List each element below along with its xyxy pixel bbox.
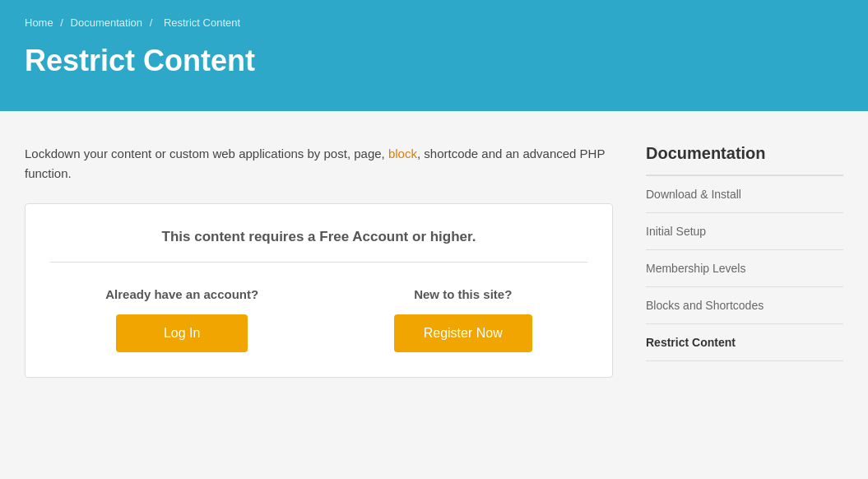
sidebar-title: Documentation <box>646 144 843 176</box>
intro-block-link[interactable]: block <box>388 146 417 160</box>
breadcrumb-documentation[interactable]: Documentation <box>71 16 142 29</box>
breadcrumb: Home / Documentation / Restrict Content <box>25 16 843 29</box>
sidebar-nav-item-1[interactable]: Initial Setup <box>646 213 843 249</box>
breadcrumb-sep2: / <box>150 16 153 29</box>
login-group: Already have an account? Log In <box>105 287 258 352</box>
restriction-box: This content requires a Free Account or … <box>25 203 613 378</box>
restriction-actions: Already have an account? Log In New to t… <box>50 279 587 352</box>
sidebar-nav-item-4[interactable]: Restrict Content <box>646 324 843 360</box>
login-label: Already have an account? <box>105 287 258 301</box>
login-button[interactable]: Log In <box>116 314 248 352</box>
register-group: New to this site? Register Now <box>394 287 532 352</box>
intro-text-before: Lockdown your content or custom web appl… <box>25 146 388 160</box>
intro-text: Lockdown your content or custom web appl… <box>25 144 613 184</box>
sidebar-nav-item-0[interactable]: Download & Install <box>646 176 843 212</box>
register-label: New to this site? <box>414 287 512 301</box>
restriction-title: This content requires a Free Account or … <box>50 229 587 263</box>
main-content: Lockdown your content or custom web appl… <box>0 111 868 411</box>
left-column: Lockdown your content or custom web appl… <box>25 144 613 378</box>
breadcrumb-sep1: / <box>60 16 63 29</box>
right-sidebar: Documentation Download & InstallInitial … <box>646 144 843 378</box>
page-title: Restrict Content <box>25 44 843 78</box>
sidebar-nav-item-3[interactable]: Blocks and Shortcodes <box>646 287 843 323</box>
breadcrumb-current: Restrict Content <box>164 16 240 29</box>
sidebar-nav: Download & InstallInitial SetupMembershi… <box>646 176 843 361</box>
breadcrumb-home[interactable]: Home <box>25 16 53 29</box>
register-button[interactable]: Register Now <box>394 314 532 352</box>
sidebar-nav-item-2[interactable]: Membership Levels <box>646 250 843 286</box>
header-banner: Home / Documentation / Restrict Content … <box>0 0 868 111</box>
